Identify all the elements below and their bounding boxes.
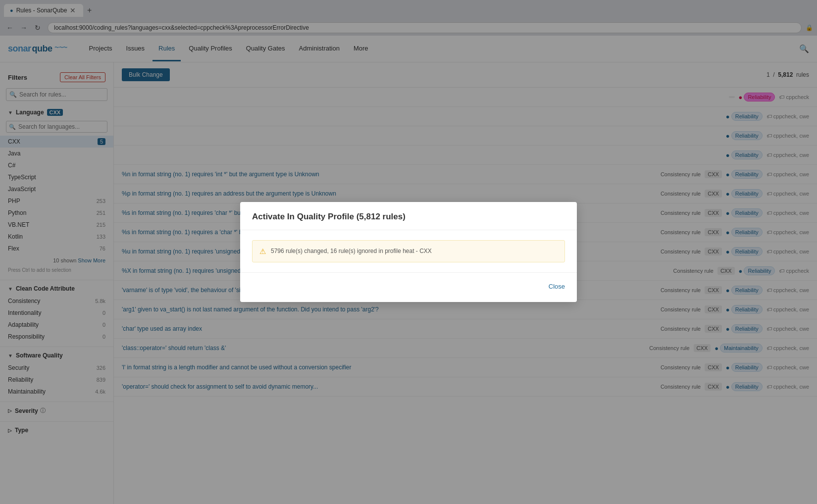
notice-text: 5796 rule(s) changed, 16 rule(s) ignored… [271,247,432,255]
modal-footer: Close [240,272,577,302]
notice-warning-icon: ⚠ [259,247,266,256]
activate-quality-profile-modal: Activate In Quality Profile (5,812 rules… [240,202,577,302]
modal-overlay: Activate In Quality Profile (5,812 rules… [0,0,817,504]
modal-title: Activate In Quality Profile (5,812 rules… [252,212,565,222]
modal-notice: ⚠ 5796 rule(s) changed, 16 rule(s) ignor… [252,240,565,262]
modal-close-button[interactable]: Close [549,281,565,292]
modal-body: ⚠ 5796 rule(s) changed, 16 rule(s) ignor… [240,230,577,272]
modal-header: Activate In Quality Profile (5,812 rules… [240,202,577,230]
